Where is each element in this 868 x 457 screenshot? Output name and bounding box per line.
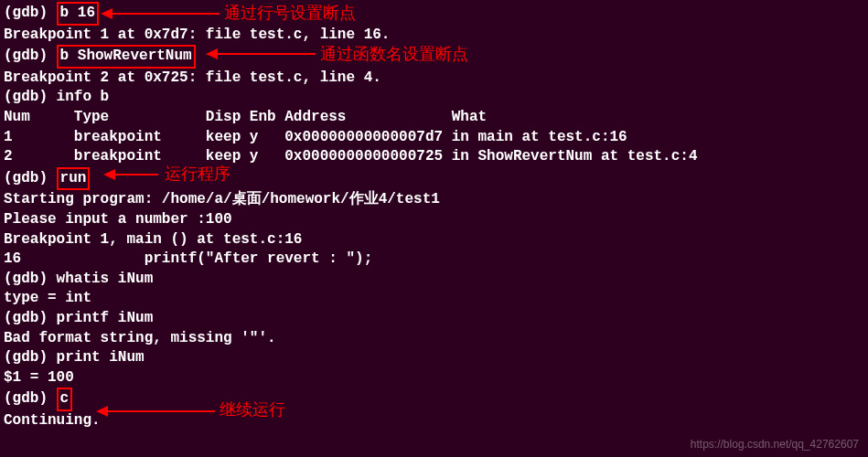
gdb-line-19[interactable]: (gdb) print iNum xyxy=(4,348,864,368)
output-line-7: 1 breakpoint keep y 0x00000000000007d7 i… xyxy=(4,128,864,148)
gdb-prompt: (gdb) xyxy=(4,48,57,64)
gdb-line-17[interactable]: (gdb) printf iNum xyxy=(4,309,864,329)
gdb-line-21[interactable]: (gdb) c xyxy=(4,388,864,411)
output-line-22: Continuing. xyxy=(4,411,864,431)
output-line-20: $1 = 100 xyxy=(4,368,864,388)
output-line-11: Please input a number :100 xyxy=(4,210,864,230)
gdb-prompt: (gdb) xyxy=(4,390,57,407)
annotation-breakpoint-line: 通过行号设置断点 xyxy=(224,2,356,24)
output-line-6: Num Type Disp Enb Address What xyxy=(4,108,864,128)
annotation-continue: 继续运行 xyxy=(220,399,285,420)
output-line-13: Breakpoint 1, main () at test.c:16 xyxy=(4,230,864,250)
output-line-14: 16 printf("After revert : "); xyxy=(4,250,864,270)
gdb-line-9[interactable]: (gdb) run xyxy=(4,167,864,191)
cmd-breakpoint-function: b ShowRevertNum xyxy=(57,45,196,69)
cmd-run: run xyxy=(57,167,91,191)
gdb-prompt: (gdb) xyxy=(4,5,57,21)
output-line-4: Breakpoint 2 at 0x725: file test.c, line… xyxy=(4,69,864,89)
output-line-16: type = int xyxy=(4,289,864,309)
gdb-line-15[interactable]: (gdb) whatis iNum xyxy=(4,270,864,290)
annotation-breakpoint-function: 通过函数名设置断点 xyxy=(320,43,468,65)
output-line-10: Starting program: /home/a/桌面/homework/作业… xyxy=(4,190,864,210)
cmd-continue: c xyxy=(57,388,73,411)
watermark: https://blog.csdn.net/qq_42762607 xyxy=(691,437,859,452)
annotation-run: 运行程序 xyxy=(165,163,230,185)
gdb-line-1[interactable]: (gdb) b 16 xyxy=(4,2,864,26)
output-line-2: Breakpoint 1 at 0x7d7: file test.c, line… xyxy=(4,26,864,46)
gdb-prompt: (gdb) xyxy=(4,170,57,186)
output-line-8: 2 breakpoint keep y 0x0000000000000725 i… xyxy=(4,147,864,167)
output-line-18: Bad format string, missing '"'. xyxy=(4,329,864,349)
cmd-breakpoint-line: b 16 xyxy=(57,2,99,26)
gdb-line-5[interactable]: (gdb) info b xyxy=(4,88,864,108)
terminal-output: (gdb) b 16 Breakpoint 1 at 0x7d7: file t… xyxy=(4,2,864,430)
